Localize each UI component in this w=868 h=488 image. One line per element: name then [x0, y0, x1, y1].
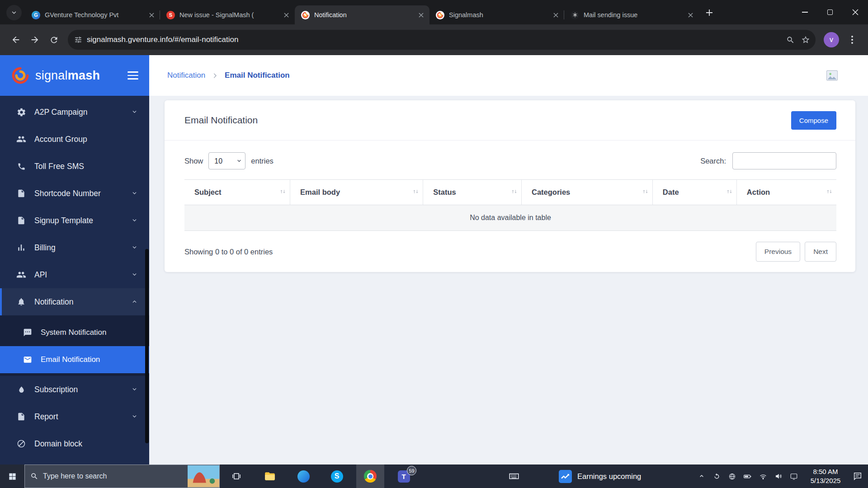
sidebar-item-signup-template[interactable]: Signup Template: [0, 207, 149, 234]
plus-icon: [706, 9, 713, 16]
chevron-down-icon: [132, 243, 137, 253]
keyboard-icon: [508, 470, 520, 482]
browser-tab-signalmash[interactable]: Signalmash: [429, 5, 564, 24]
browser-profile-avatar[interactable]: v: [824, 32, 839, 47]
tab-title: New issue - SignalMash (: [179, 11, 281, 19]
file-explorer-button[interactable]: [256, 465, 284, 488]
taskbar-left: S T 59: [0, 465, 420, 488]
column-header-action[interactable]: Action: [736, 180, 836, 205]
chevron-down-icon: [132, 270, 137, 280]
battery-icon[interactable]: [741, 470, 754, 483]
task-view-icon: [231, 471, 242, 482]
envelope-icon: [23, 355, 33, 365]
site-info-icon[interactable]: [74, 36, 82, 44]
start-button[interactable]: [0, 465, 24, 488]
tray-expand-button[interactable]: [695, 470, 708, 483]
forward-arrow-icon: [30, 35, 40, 45]
forward-button[interactable]: [25, 30, 44, 49]
tab-close-icon[interactable]: [685, 10, 695, 20]
column-header-date[interactable]: Date: [652, 180, 736, 205]
droplet-icon: [16, 385, 26, 394]
sidebar-item-domain-block[interactable]: Domain block: [0, 430, 149, 457]
chevron-down-icon: [132, 385, 137, 394]
browser-tab-gventure[interactable]: G GVenture Technology Pvt: [25, 5, 160, 24]
wifi-icon[interactable]: [757, 470, 769, 483]
logo-block: signalmash: [0, 55, 149, 96]
signalmash-red-favicon-icon: S: [166, 11, 175, 19]
taskbar-search-input[interactable]: [43, 472, 188, 480]
sidebar-item-notification[interactable]: Notification: [0, 288, 149, 315]
browser-menu-button[interactable]: [843, 36, 862, 44]
task-view-button[interactable]: [222, 465, 250, 488]
volume-icon[interactable]: [772, 470, 784, 483]
search-highlight-image[interactable]: [188, 465, 219, 488]
chevron-down-icon: [11, 9, 17, 16]
tab-search-button[interactable]: [6, 5, 22, 20]
chevron-down-icon: [132, 216, 137, 225]
next-page-button[interactable]: Next: [805, 242, 836, 262]
profile-image-icon[interactable]: [826, 70, 838, 81]
sidebar-item-account-group[interactable]: Account Group: [0, 126, 149, 153]
sidebar-item-system-notification[interactable]: System Notification: [0, 319, 149, 346]
sidebar-item-email-notification[interactable]: Email Notification: [0, 346, 149, 373]
network-globe-icon[interactable]: [726, 470, 738, 483]
taskbar-clock[interactable]: 8:50 AM 5/13/2025: [803, 467, 848, 486]
taskbar-search-box[interactable]: [24, 465, 220, 488]
sidebar-item-toll-free-sms[interactable]: Toll Free SMS: [0, 153, 149, 180]
tab-close-icon[interactable]: [416, 10, 426, 20]
teams-button[interactable]: T 59: [390, 465, 418, 488]
page-size-select[interactable]: 10: [208, 152, 245, 169]
maximize-icon: [827, 9, 833, 15]
column-header-categories[interactable]: Categories: [521, 180, 652, 205]
hamburger-menu-icon[interactable]: [127, 71, 138, 80]
zoom-icon[interactable]: [786, 36, 795, 44]
sidebar-item-report[interactable]: Report: [0, 403, 149, 430]
tablet-icon[interactable]: [788, 470, 800, 483]
compose-button[interactable]: Compose: [791, 111, 836, 130]
sidebar-scrollbar-thumb[interactable]: [145, 249, 149, 443]
sidebar-item-subscription[interactable]: Subscription: [0, 376, 149, 403]
sidebar-item-label: Account Group: [34, 135, 87, 144]
widgets-headline: Earnings upcoming: [577, 472, 641, 481]
update-tray-icon[interactable]: [711, 470, 723, 483]
browser-tab-notification-active[interactable]: Notification: [295, 5, 429, 24]
bar-chart-icon: [16, 243, 26, 253]
column-header-status[interactable]: Status: [423, 180, 522, 205]
chrome-button[interactable]: [356, 465, 384, 488]
chevron-down-icon: [132, 412, 137, 422]
email-notification-table: Subject Email body Status Categories Dat…: [184, 179, 836, 231]
edge-button[interactable]: [289, 465, 317, 488]
window-close-button[interactable]: [843, 0, 868, 24]
new-tab-button[interactable]: [702, 5, 717, 20]
chevron-down-icon: [132, 189, 137, 198]
table-search-input[interactable]: [732, 152, 836, 169]
action-center-button[interactable]: [851, 470, 863, 483]
breadcrumb-parent[interactable]: Notification: [167, 71, 205, 80]
column-header-subject[interactable]: Subject: [184, 180, 290, 205]
tab-title: Notification: [314, 11, 416, 19]
tab-close-icon[interactable]: [281, 10, 291, 20]
previous-page-button[interactable]: Previous: [756, 242, 800, 262]
column-header-email-body[interactable]: Email body: [290, 180, 423, 205]
browser-tab-mail-issue[interactable]: Mail sending issue: [564, 5, 699, 24]
sidebar-item-a2p-campaign[interactable]: A2P Campaign: [0, 99, 149, 126]
content-area: Email Notification Compose Show 10 entri…: [149, 96, 868, 465]
edge-icon: [297, 470, 310, 483]
tab-close-icon[interactable]: [551, 10, 561, 20]
sidebar-item-shortcode-number[interactable]: Shortcode Number: [0, 180, 149, 207]
window-minimize-button[interactable]: [792, 0, 817, 24]
touch-keyboard-button[interactable]: [501, 465, 527, 488]
skype-button[interactable]: S: [323, 465, 351, 488]
document-icon: [16, 188, 26, 198]
window-maximize-button[interactable]: [817, 0, 843, 24]
address-bar[interactable]: signalmash.gventure.info/#/email-notific…: [68, 30, 816, 50]
browser-tab-new-issue[interactable]: S New issue - SignalMash (: [160, 5, 295, 24]
bookmark-star-icon[interactable]: [801, 35, 810, 44]
back-button[interactable]: [6, 30, 25, 49]
sidebar-item-label: Shortcode Number: [34, 189, 101, 198]
reload-button[interactable]: [44, 30, 63, 49]
sidebar-item-api[interactable]: API: [0, 261, 149, 288]
sidebar-item-billing[interactable]: Billing: [0, 234, 149, 261]
tab-close-icon[interactable]: [146, 10, 156, 20]
widgets-button[interactable]: Earnings upcoming: [554, 465, 646, 488]
